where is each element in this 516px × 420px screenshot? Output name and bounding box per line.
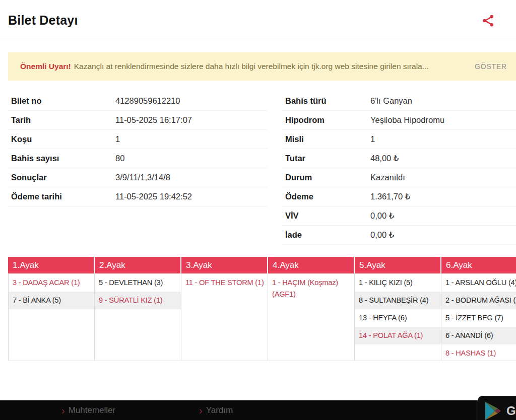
footer-item-yardım[interactable]: ›Yardım [199, 400, 233, 420]
leg-entry: 1 - KILIÇ KIZI (5) [355, 274, 441, 292]
leg-column: 6.Ayak1 - ARSLAN OĞLU (4)2 - BODRUM AĞAS… [441, 257, 516, 361]
detail-row-right: DurumKazanıldı [282, 168, 516, 187]
leg-column: 3.Ayak11 - OF THE STORM (1) [181, 257, 268, 361]
detail-label: Misli [282, 134, 370, 144]
detail-row-left: Tarih11-05-2025 16:17:07 [8, 111, 267, 130]
leg-column-header: 5.Ayak [355, 257, 440, 273]
detail-value: 0,00 ₺ [370, 230, 394, 240]
bilet-detayi-page: Bilet Detayı Önemli Uyarı!Kazançlı at re… [0, 0, 516, 420]
detail-label: VİV [282, 211, 370, 221]
detail-label: Koşu [8, 134, 115, 144]
warning-message: Kazançlı at renklendirmesinde sizlere da… [74, 62, 429, 71]
leg-entry: 1 - ARSLAN OĞLU (4) [441, 274, 516, 292]
detail-label: Tarih [8, 115, 115, 125]
leg-column: 5.Ayak1 - KILIÇ KIZI (5)8 - SULTANBEŞİR … [355, 257, 441, 361]
warning-alert-label: Önemli Uyarı! [20, 62, 71, 71]
leg-entry: 5 - DEVLETHAN (3) [95, 274, 181, 292]
leg-column-body: 1 - ARSLAN OĞLU (4)2 - BODRUM AĞASI (2)5… [441, 273, 516, 361]
detail-value: 48,00 ₺ [370, 154, 399, 163]
leg-column-header: 6.Ayak [441, 257, 516, 273]
detail-label: Tutar [282, 154, 370, 163]
leg-column: 4.Ayak1 - HAÇIM (Koşmaz) (AGF1) [268, 257, 355, 361]
leg-entry: 6 - ANANDİ (6) [441, 327, 516, 344]
detail-value: 1.361,70 ₺ [370, 192, 410, 201]
ticket-details-right: Bahis türü6'lı GanyanHipodromYeşiloba Hi… [282, 92, 516, 245]
detail-value: 6'lı Ganyan [370, 96, 412, 106]
leg-column-body: 11 - OF THE STORM (1) [181, 273, 268, 361]
share-icon [481, 13, 496, 28]
detail-row-right: Tutar48,00 ₺ [282, 149, 516, 168]
footer-item-label: Yardım [206, 405, 233, 415]
detail-value: 11-05-2025 19:42:52 [115, 192, 192, 201]
google-play-badge[interactable]: G [478, 396, 516, 420]
detail-label: İade [282, 230, 370, 240]
leg-column-body: 5 - DEVLETHAN (3)9 - SÜRATLİ KIZ (1) [95, 273, 181, 361]
leg-entry: 1 - HAÇIM (Koşmaz) (AGF1) [268, 274, 354, 303]
detail-label: Durum [282, 173, 370, 182]
detail-value: 41289059612210 [115, 96, 180, 106]
detail-row-right: VİV0,00 ₺ [282, 206, 516, 226]
legs-table: 1.Ayak3 - DADAŞ ACAR (1)7 - Bİ ANKA (5)2… [8, 257, 516, 361]
leg-column-header: 4.Ayak [268, 257, 354, 273]
leg-entry: 11 - OF THE STORM (1) [181, 274, 268, 292]
detail-label: Bahis sayısı [8, 154, 115, 163]
ticket-details-left: Bilet no41289059612210Tarih11-05-2025 16… [8, 92, 267, 206]
page-title: Bilet Detayı [8, 13, 78, 28]
detail-label: Ödeme [282, 192, 370, 201]
leg-column-body: 3 - DADAŞ ACAR (1)7 - Bİ ANKA (5) [8, 273, 95, 361]
detail-value: 1 [370, 134, 375, 144]
leg-column-header: 3.Ayak [181, 257, 267, 273]
detail-value: 3/9/11/1,3/14/8 [115, 173, 170, 182]
leg-entry: 2 - BODRUM AĞASI (2) [441, 292, 516, 309]
detail-label: Bahis türü [282, 96, 370, 106]
leg-entry: 9 - SÜRATLİ KIZ (1) [95, 292, 181, 309]
detail-row-right: İade0,00 ₺ [282, 226, 516, 245]
detail-label: Bilet no [8, 96, 115, 106]
leg-entry: 13 - HEYFA (6) [355, 309, 441, 327]
detail-row-left: Bilet no41289059612210 [8, 92, 267, 111]
detail-row-left: Ödeme tarihi11-05-2025 19:42:52 [8, 187, 267, 206]
leg-column-body: 1 - HAÇIM (Koşmaz) (AGF1) [268, 273, 355, 361]
leg-column: 2.Ayak5 - DEVLETHAN (3)9 - SÜRATLİ KIZ (… [95, 257, 181, 361]
detail-value: Yeşiloba Hipodromu [370, 115, 444, 125]
app-header: Bilet Detayı [0, 0, 516, 40]
chevron-right-icon: › [61, 405, 65, 415]
detail-value: 11-05-2025 16:17:07 [115, 115, 192, 125]
footer-nav: ›Muhtemeller›Yardım [0, 400, 516, 420]
detail-row-right: Ödeme1.361,70 ₺ [282, 187, 516, 206]
footer-item-muhtemeller[interactable]: ›Muhtemeller [61, 400, 115, 420]
google-play-icon [484, 401, 501, 420]
share-button[interactable] [481, 13, 496, 28]
google-play-letter: G [506, 404, 516, 418]
warning-banner: Önemli Uyarı!Kazançlı at renklendirmesin… [8, 52, 516, 81]
detail-value: 1 [115, 134, 120, 144]
detail-row-left: Bahis sayısı80 [8, 149, 267, 168]
leg-entry: 8 - HASHAS (1) [441, 344, 516, 362]
detail-value: 0,00 ₺ [370, 211, 394, 221]
leg-entry: 14 - POLAT AĞA (1) [355, 327, 441, 344]
detail-row-left: Koşu1 [8, 130, 267, 149]
show-button[interactable]: GÖSTER [475, 62, 507, 71]
leg-entry: 8 - SULTANBEŞİR (4) [355, 292, 441, 309]
detail-row-left: Sonuçlar3/9/11/1,3/14/8 [8, 168, 267, 187]
leg-column-body: 1 - KILIÇ KIZI (5)8 - SULTANBEŞİR (4)13 … [355, 273, 441, 361]
detail-label: Ödeme tarihi [8, 192, 115, 201]
leg-entry: 5 - İZZET BEG (7) [441, 309, 516, 327]
leg-column-header: 1.Ayak [8, 257, 94, 273]
detail-row-right: HipodromYeşiloba Hipodromu [282, 111, 516, 130]
detail-row-right: Bahis türü6'lı Ganyan [282, 92, 516, 111]
detail-label: Hipodrom [282, 115, 370, 125]
detail-value: Kazanıldı [370, 173, 405, 182]
detail-value: 80 [115, 154, 124, 163]
chevron-right-icon: › [199, 405, 203, 415]
leg-entry: 3 - DADAŞ ACAR (1) [9, 274, 94, 292]
leg-column: 1.Ayak3 - DADAŞ ACAR (1)7 - Bİ ANKA (5) [8, 257, 95, 361]
leg-column-header: 2.Ayak [95, 257, 180, 273]
detail-label: Sonuçlar [8, 173, 115, 182]
warning-text: Önemli Uyarı!Kazançlı at renklendirmesin… [20, 62, 468, 71]
detail-row-right: Misli1 [282, 130, 516, 149]
footer-item-label: Muhtemeller [69, 405, 116, 415]
leg-entry: 7 - Bİ ANKA (5) [9, 292, 94, 309]
